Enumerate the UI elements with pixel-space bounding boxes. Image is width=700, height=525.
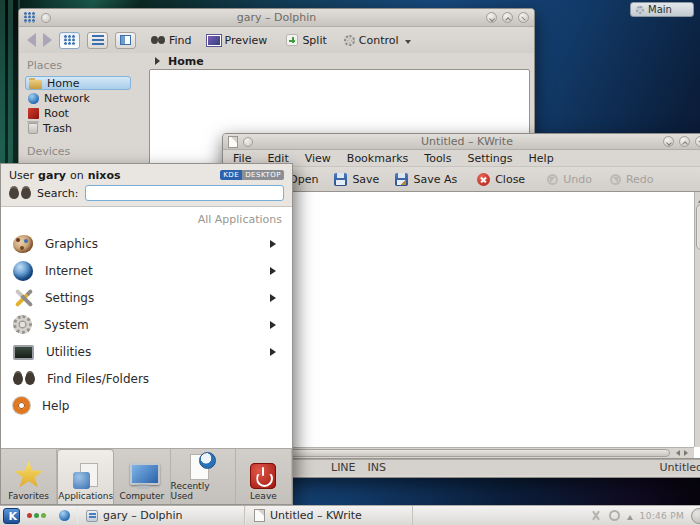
minimize-button[interactable] — [486, 12, 497, 23]
save-as-label: Save As — [413, 173, 457, 186]
breadcrumb[interactable]: Home — [149, 53, 530, 69]
kde-desktop-badge: KDE DESKTOP — [220, 170, 284, 180]
tab-label: Leave — [250, 491, 277, 501]
submenu-arrow-icon — [270, 348, 280, 356]
tools-icon — [13, 288, 33, 308]
breadcrumb-label: Home — [168, 55, 204, 68]
menu-item-utilities[interactable]: Utilities — [1, 338, 292, 365]
menu-view[interactable]: View — [305, 152, 331, 165]
terminal-icon — [13, 345, 34, 360]
klipper-scissors-icon[interactable] — [590, 510, 602, 522]
horizontal-scrollbar-thumb[interactable] — [229, 449, 670, 457]
panel-cashew-icon[interactable] — [691, 508, 700, 524]
details-view-button[interactable] — [87, 32, 108, 49]
menu-item-help[interactable]: Help — [1, 392, 292, 419]
dolphin-titlebar[interactable]: gary – Dolphin — [19, 9, 534, 27]
clock[interactable]: 10:46 PM — [640, 511, 684, 521]
menu-help[interactable]: Help — [529, 152, 554, 165]
icons-view-button[interactable] — [59, 32, 80, 49]
tab-label: Computer — [120, 491, 165, 501]
quicklaunch-dots-icon[interactable] — [27, 513, 49, 518]
close-button[interactable] — [695, 136, 700, 147]
menu-item-system[interactable]: System — [1, 311, 292, 338]
star-icon — [14, 461, 44, 489]
close-doc-label: Close — [495, 173, 525, 186]
tray-status-icon[interactable] — [609, 510, 620, 521]
close-doc-button[interactable]: Close — [477, 173, 525, 186]
menu-item-label: System — [44, 318, 89, 332]
horizontal-scrollbar[interactable] — [227, 447, 694, 458]
devices-header: Devices — [27, 145, 143, 158]
redo-button[interactable]: Redo — [610, 173, 654, 186]
save-label: Save — [352, 173, 379, 186]
preview-button[interactable]: Preview — [207, 34, 268, 47]
dolphin-toolbar: Find Preview Split Control — [19, 27, 534, 53]
tab-applications[interactable]: Applications — [57, 449, 114, 504]
place-label: Trash — [43, 122, 72, 135]
place-network[interactable]: Network — [25, 91, 131, 105]
maximize-button[interactable] — [679, 136, 690, 147]
tab-favorites[interactable]: Favorites — [1, 449, 57, 504]
save-as-icon — [395, 173, 408, 186]
desktop-badge-label: DESKTOP — [242, 170, 284, 180]
scroll-right-icon — [684, 450, 691, 456]
menu-item-graphics[interactable]: Graphics — [1, 230, 292, 257]
forward-button[interactable] — [43, 33, 52, 47]
submenu-arrow-icon — [270, 267, 280, 275]
task-dolphin[interactable]: gary – Dolphin — [77, 506, 245, 525]
kwrite-titlebar[interactable]: Untitled – KWrite — [223, 134, 700, 150]
tab-recently-used[interactable]: Recently Used — [171, 449, 236, 504]
kwrite-statusbar: LINE INS Untitled — [223, 459, 700, 475]
computer-icon — [127, 463, 157, 489]
tab-computer[interactable]: Computer — [114, 449, 170, 504]
place-trash[interactable]: Trash — [25, 121, 131, 135]
save-as-button[interactable]: Save As — [395, 173, 457, 186]
submenu-arrow-icon — [270, 321, 280, 329]
preview-label: Preview — [225, 34, 268, 47]
menu-bookmarks[interactable]: Bookmarks — [347, 152, 408, 165]
split-button[interactable]: Split — [286, 34, 326, 47]
kwrite-window: Untitled – KWrite File Edit View Bookmar… — [222, 133, 700, 478]
kwrite-titlebar-menu-button[interactable] — [243, 137, 253, 147]
back-button[interactable] — [27, 33, 36, 47]
activity-tab[interactable]: Main — [630, 2, 694, 17]
maximize-button[interactable] — [502, 12, 513, 23]
search-input[interactable] — [85, 185, 285, 201]
columns-view-button[interactable] — [115, 32, 136, 49]
vertical-scrollbar-thumb[interactable] — [696, 204, 700, 250]
place-home[interactable]: Home — [25, 76, 131, 90]
menu-settings[interactable]: Settings — [467, 152, 512, 165]
menu-item-settings[interactable]: Settings — [1, 284, 292, 311]
save-button[interactable]: Save — [334, 173, 379, 186]
close-doc-icon — [477, 173, 490, 186]
kwrite-window-title: Untitled – KWrite — [223, 135, 700, 148]
status-document-name: Untitled — [659, 461, 700, 474]
undo-button[interactable]: Undo — [547, 173, 592, 186]
root-icon — [28, 108, 39, 119]
find-button[interactable]: Find — [151, 34, 192, 47]
menu-item-find-files[interactable]: Find Files/Folders — [1, 365, 292, 392]
columns-view-icon — [120, 35, 131, 45]
icons-view-icon — [64, 35, 75, 45]
recent-clock-icon — [190, 452, 216, 479]
task-kwrite[interactable]: Untitled – KWrite — [245, 506, 413, 525]
tray-expand-icon[interactable] — [627, 512, 633, 520]
desktop-pager-icon[interactable] — [59, 510, 70, 521]
tab-leave[interactable]: Leave — [236, 449, 292, 504]
places-header: Places — [27, 59, 143, 72]
text-editor-area[interactable] — [226, 191, 700, 459]
control-button[interactable]: Control — [344, 34, 411, 47]
tab-label: Applications — [58, 491, 113, 501]
dolphin-window-title: gary – Dolphin — [19, 11, 534, 24]
dolphin-app-icon — [24, 12, 36, 23]
kde-menu-button[interactable] — [3, 508, 20, 524]
place-root[interactable]: Root — [25, 106, 131, 120]
minimize-button[interactable] — [663, 136, 674, 147]
binoculars-icon — [13, 372, 35, 385]
dolphin-titlebar-menu-button[interactable] — [41, 13, 51, 23]
details-view-icon — [92, 35, 104, 45]
vertical-scrollbar[interactable] — [694, 192, 700, 447]
close-button[interactable] — [518, 12, 529, 23]
menu-item-internet[interactable]: Internet — [1, 257, 292, 284]
menu-tools[interactable]: Tools — [424, 152, 451, 165]
